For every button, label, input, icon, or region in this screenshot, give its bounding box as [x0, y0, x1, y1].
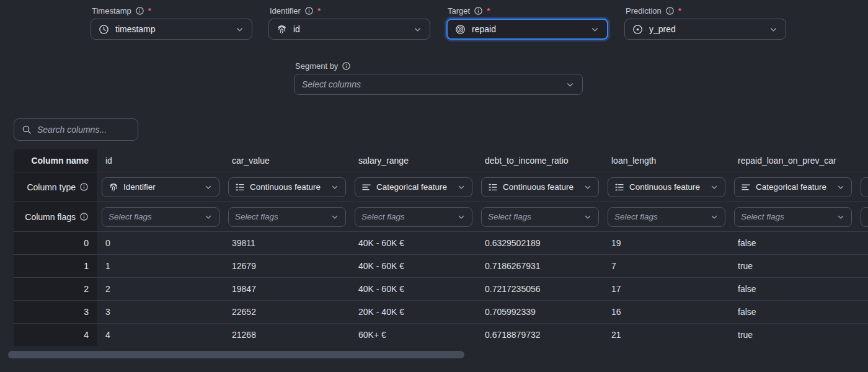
table-cell: 60K+ € [350, 324, 476, 346]
table-cell: true [729, 324, 856, 346]
info-icon[interactable] [342, 61, 351, 71]
prediction-icon [632, 24, 643, 35]
table-cell: 20K - 40K € [350, 301, 476, 323]
identifier-select[interactable]: id [268, 19, 430, 40]
column-flags-cell: Select flags [350, 202, 476, 231]
column-type-value: Categorical feature [756, 182, 831, 192]
chevron-down-icon [836, 213, 845, 221]
table-cell: 7 [603, 255, 729, 277]
table-cell: 3 [97, 301, 223, 323]
column-type-cell [856, 172, 868, 202]
column-flags-select-id[interactable]: Select flags [102, 207, 219, 227]
table-cell: 0.6718879732 [476, 324, 603, 346]
column-header-car-value: car_value [223, 149, 350, 172]
column-type-value: Continuous feature [503, 182, 578, 192]
column-flags-cell: Select flags [476, 202, 603, 231]
table-row: 3 3 22652 20K - 40K € 0.705992339 16 fal… [14, 300, 868, 323]
column-flags-select-debt-to-income-ratio[interactable]: Select flags [481, 207, 599, 227]
column-header-loan-length: loan_length [603, 149, 729, 172]
column-name-row-label: Column name [14, 149, 97, 172]
table-cell [856, 232, 868, 254]
info-icon[interactable] [304, 6, 314, 16]
required-asterisk: * [487, 6, 490, 16]
horizontal-scrollbar-thumb[interactable] [8, 351, 464, 358]
column-type-select-loan-length[interactable]: Continuous feature [608, 177, 725, 197]
table-row: 2 2 19847 40K - 60K € 0.7217235056 17 fa… [14, 277, 868, 300]
table-cell: 0.6329502189 [476, 232, 603, 254]
identifier-select-value: id [293, 24, 407, 34]
column-flags-select-car-value[interactable]: Select flags [228, 207, 346, 227]
table-cell: 19 [603, 232, 729, 254]
columns-table: Column name id car_value salary_range de… [14, 149, 868, 346]
column-type-select-repaid-loan-on-prev-car[interactable]: Categorical feature [734, 177, 852, 197]
table-cell: 39811 [223, 232, 350, 254]
identifier-label: Identifier * [270, 6, 430, 16]
timestamp-label-text: Timestamp [92, 6, 131, 16]
table-cell: 21268 [223, 324, 350, 346]
chevron-down-icon [457, 183, 466, 192]
table-cell [856, 301, 868, 323]
table-cell: false [729, 301, 856, 323]
table-cell: 4 [97, 324, 223, 346]
column-type-cell: Continuous feature [603, 172, 729, 202]
chevron-down-icon [710, 183, 719, 192]
info-icon[interactable] [135, 6, 144, 16]
column-flags-select-overflow[interactable] [861, 207, 868, 227]
column-type-select-overflow[interactable] [861, 177, 868, 197]
prediction-select-value: y_pred [649, 24, 763, 34]
prediction-label: Prediction * [626, 6, 786, 16]
column-flags-cell [856, 202, 868, 231]
prediction-field: Prediction * y_pred [624, 6, 786, 40]
chevron-down-icon [330, 183, 339, 192]
target-select[interactable]: repaid [446, 19, 608, 40]
required-asterisk: * [148, 6, 151, 16]
row-index: 1 [14, 255, 97, 277]
timestamp-field: Timestamp * timestamp [91, 6, 252, 40]
column-header-id: id [97, 149, 223, 172]
column-type-select-id[interactable]: Identifier [102, 177, 219, 197]
column-type-row-label: Column type [14, 172, 97, 202]
chevron-down-icon [583, 183, 592, 192]
segment-by-label: Segment by [295, 61, 583, 71]
target-label: Target * [448, 6, 608, 16]
info-icon[interactable] [79, 182, 89, 192]
search-columns-box [14, 118, 138, 141]
column-type-value: Categorical feature [376, 182, 452, 192]
segment-by-select[interactable]: Select columns [294, 74, 583, 95]
table-cell: 2 [97, 278, 223, 300]
timestamp-label: Timestamp * [92, 6, 252, 16]
column-type-select-debt-to-income-ratio[interactable]: Continuous feature [481, 177, 599, 197]
column-type-select-car-value[interactable]: Continuous feature [228, 177, 346, 197]
column-type-cell: Continuous feature [476, 172, 603, 202]
identifier-field: Identifier * id [268, 6, 430, 40]
table-cell: 17 [603, 278, 729, 300]
search-columns-input[interactable] [37, 125, 130, 135]
info-icon[interactable] [79, 212, 89, 221]
column-type-cell: Categorical feature [729, 172, 856, 202]
row-index: 4 [14, 324, 97, 346]
column-flags-row-label: Column flags [14, 202, 97, 231]
info-icon[interactable] [665, 6, 675, 16]
ordered-list-icon [614, 182, 624, 192]
info-icon[interactable] [474, 6, 483, 16]
timestamp-select[interactable]: timestamp [91, 19, 252, 40]
table-cell: 0 [97, 232, 223, 254]
prediction-select[interactable]: y_pred [624, 19, 786, 40]
chevron-down-icon [565, 80, 575, 89]
column-flags-select-repaid-loan-on-prev-car[interactable]: Select flags [734, 207, 852, 227]
column-flags-cell: Select flags [603, 202, 729, 231]
column-type-row: Column type Identifier Continuous featur… [14, 172, 868, 202]
flags-placeholder: Select flags [741, 212, 831, 221]
table-cell: 12679 [223, 255, 350, 277]
table-cell: 40K - 60K € [350, 278, 476, 300]
column-flags-select-salary-range[interactable]: Select flags [355, 207, 472, 227]
column-flags-cell: Select flags [223, 202, 350, 231]
column-flags-select-loan-length[interactable]: Select flags [608, 207, 725, 227]
row-index: 2 [14, 278, 97, 300]
column-flags-cell: Select flags [97, 202, 223, 231]
chevron-down-icon [583, 213, 592, 221]
table-cell: 21 [603, 324, 729, 346]
column-type-value: Identifier [123, 182, 199, 192]
segment-by-field: Segment by Select columns [294, 61, 583, 95]
column-type-select-salary-range[interactable]: Categorical feature [355, 177, 472, 197]
